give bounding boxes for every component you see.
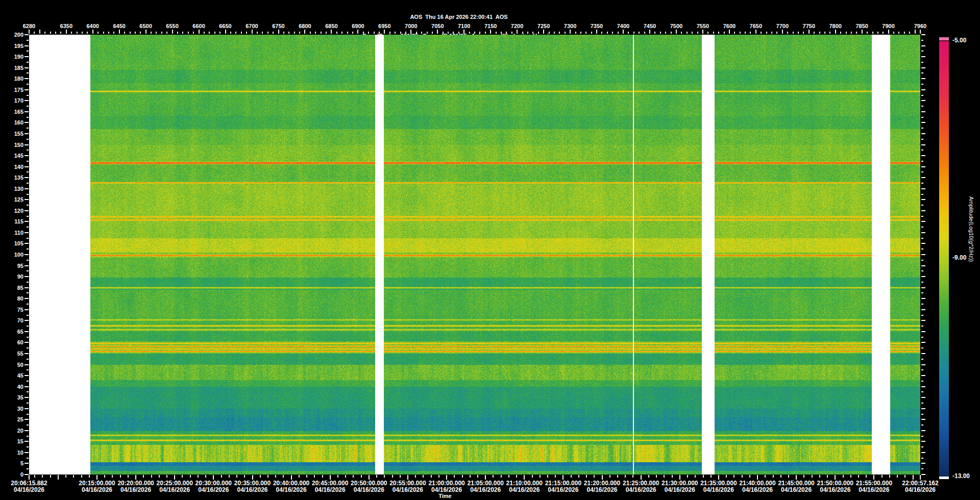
top-axis-tick (829, 32, 830, 34)
top-axis-tick (782, 30, 783, 34)
bottom-axis-tick (229, 475, 230, 478)
top-axis-tick (82, 32, 83, 34)
bottom-axis-tick (485, 475, 486, 480)
top-axis-tick (103, 32, 104, 34)
right-axis-tick (921, 386, 925, 387)
top-axis-tick (400, 32, 401, 34)
bottom-axis-tick (462, 475, 463, 478)
left-axis-tick (27, 292, 29, 293)
top-axis-tick (893, 32, 894, 34)
right-axis-tick (921, 364, 925, 365)
bottom-axis-tick (501, 475, 502, 478)
bottom-axis-tick (65, 475, 66, 478)
top-axis-tick (798, 32, 799, 34)
top-axis-tick (883, 32, 884, 34)
right-axis-tick (921, 260, 923, 261)
top-axis-tick (474, 32, 475, 34)
right-axis-tick (921, 139, 923, 140)
right-axis-tick (921, 320, 925, 321)
left-axis-tick (27, 315, 29, 316)
top-axis-tick (750, 32, 751, 34)
bottom-axis-tick (423, 475, 424, 478)
top-axis-tick (580, 32, 581, 34)
top-axis-tick (501, 32, 502, 34)
left-axis-tick (27, 260, 29, 261)
top-axis-label: 7500 (661, 23, 692, 29)
right-axis-tick (921, 298, 925, 299)
top-axis-tick (697, 32, 698, 34)
bottom-axis-tick (166, 475, 167, 478)
top-axis-label: 7350 (581, 23, 612, 29)
top-axis-tick (326, 32, 327, 34)
bottom-axis-tick (632, 475, 633, 478)
top-axis-tick (623, 30, 624, 34)
bottom-axis-tick (128, 475, 129, 478)
top-axis-tick (283, 32, 284, 34)
left-axis-tick (27, 40, 29, 41)
top-axis-tick (718, 32, 719, 34)
top-axis-tick (479, 32, 480, 34)
left-axis-tick (24, 221, 29, 222)
left-axis-label: 15 (0, 438, 23, 444)
bottom-axis-tick (205, 475, 206, 478)
left-axis-tick (24, 111, 29, 112)
bottom-axis-tick (656, 475, 657, 478)
left-axis-label: 90 (0, 273, 23, 280)
top-axis-tick (315, 32, 316, 34)
right-axis-tick (921, 248, 923, 249)
right-axis-tick (921, 381, 923, 382)
top-axis-tick (262, 32, 263, 34)
bottom-axis-tick (547, 475, 548, 478)
right-axis-tick (921, 161, 923, 162)
top-axis-tick (463, 30, 464, 34)
right-axis-tick (921, 117, 923, 118)
bottom-axis-tick (858, 475, 859, 478)
top-axis-tick (867, 32, 868, 34)
top-axis-tick (97, 32, 99, 34)
bottom-axis-tick (664, 475, 665, 478)
right-axis-tick (921, 199, 925, 200)
left-axis-tick (27, 403, 29, 404)
left-axis-tick (24, 232, 29, 233)
top-axis-label: 6850 (316, 23, 347, 29)
top-axis-tick (368, 32, 369, 34)
top-axis-tick (145, 30, 146, 34)
top-axis-tick (585, 32, 586, 34)
right-axis-tick (921, 84, 923, 85)
bottom-axis-tick (135, 475, 136, 480)
top-axis-tick (862, 30, 863, 34)
left-axis-label: 95 (0, 263, 23, 269)
bottom-axis-tick (407, 475, 408, 480)
bottom-axis-tick (648, 475, 649, 478)
top-axis-tick (877, 32, 878, 34)
bottom-axis-tick (190, 475, 191, 478)
left-axis-label: 20 (0, 428, 23, 434)
bottom-axis-tick (803, 475, 804, 478)
left-axis-tick (27, 337, 29, 338)
top-axis-tick (819, 32, 820, 34)
top-axis-label: 7400 (608, 23, 639, 29)
left-axis-label: 85 (0, 285, 23, 291)
top-axis-tick (920, 30, 921, 34)
bottom-axis-tick (850, 475, 851, 478)
top-axis-tick (846, 32, 847, 34)
colorbar-gradient (939, 41, 949, 477)
top-axis-tick (214, 32, 215, 34)
spectrogram-canvas[interactable] (29, 35, 920, 474)
bottom-axis-tick (726, 475, 727, 478)
left-axis-tick (27, 304, 29, 305)
top-axis-label: 7900 (873, 23, 904, 29)
top-axis-label: 7100 (449, 23, 479, 29)
top-axis-tick (384, 30, 385, 34)
top-axis-tick (204, 32, 205, 34)
top-axis-tick (273, 32, 274, 34)
bottom-axis-tick (353, 475, 354, 478)
left-axis-tick (24, 309, 29, 310)
top-axis-label: 6950 (369, 23, 400, 29)
bottom-axis-tick (796, 475, 797, 480)
bottom-axis-tick (314, 475, 315, 478)
top-axis-tick (776, 32, 777, 34)
top-axis-tick (448, 32, 449, 34)
left-axis-tick (24, 375, 29, 376)
top-axis-tick (904, 32, 905, 34)
